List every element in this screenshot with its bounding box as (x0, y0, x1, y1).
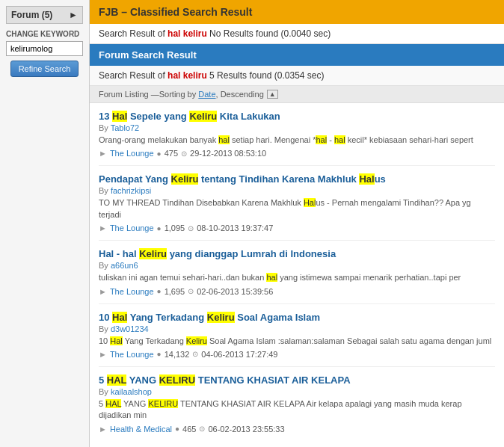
result-by: By Tablo72 (99, 123, 495, 132)
result-snippet: tuliskan ini agan temui sehari-hari..dan… (99, 272, 495, 283)
views-icon: ● (175, 425, 179, 433)
forum-results-area: 13 Hal Sepele yang Keliru Kita Lakukan B… (90, 103, 504, 441)
author-link[interactable]: d3w01234 (111, 324, 149, 333)
result-title: 5 HAL YANG KELIRU TENTANG KHASIAT AIR KE… (99, 374, 495, 386)
result-meta: ► The Lounge ● 14,132 ⊙ 04-06-2013 17:27… (99, 350, 495, 359)
result-meta: ► The Lounge ● 475 ⊙ 29-12-2013 08:53:10 (99, 149, 495, 158)
sort-direction-icon[interactable]: ▲ (267, 90, 278, 99)
view-more-area: View More (90, 441, 504, 447)
listing-label: Forum Listing — (99, 90, 159, 99)
views-icon: ● (157, 224, 162, 232)
result-title: Pendapat Yang Keliru tentang Tindihan Ka… (99, 173, 495, 185)
classified-result-text: Search Result of hal keliru No Results f… (90, 24, 504, 44)
tag-icon: ► (99, 223, 107, 232)
post-date: 08-10-2013 19:37:47 (197, 223, 273, 232)
result-link[interactable]: Hal - hal Keliru yang dianggap Lumrah di… (99, 248, 336, 259)
views-count: 1,695 (165, 287, 185, 296)
tag-icon: ► (99, 287, 107, 296)
result-link[interactable]: 10 Hal Yang Terkadang Keliru Soal Agama … (99, 312, 320, 323)
author-link[interactable]: Tablo72 (111, 123, 140, 132)
tag-icon: ► (99, 149, 107, 158)
post-date: 02-06-2013 15:39:56 (197, 287, 273, 296)
post-date: 04-06-2013 17:27:49 (201, 350, 277, 359)
result-item: 13 Hal Sepele yang Keliru Kita Lakukan B… (99, 103, 495, 166)
views-count: 465 (182, 425, 196, 434)
result-meta: ► The Lounge ● 1,695 ⊙ 02-06-2013 15:39:… (99, 287, 495, 296)
views-icon: ● (157, 149, 162, 158)
result-link[interactable]: Pendapat Yang Keliru tentang Tindihan Ka… (99, 173, 386, 185)
date-icon: ⊙ (188, 224, 194, 232)
result-snippet: TO MY THREAD Tindihan Disebabkan Karena … (99, 197, 495, 221)
result-snippet: 5 HAL YANG KELIRU TENTANG KHASIAT AIR KE… (99, 398, 495, 422)
views-count: 14,132 (165, 350, 190, 359)
forum-name-link[interactable]: The Lounge (110, 149, 154, 158)
result-by: By fachrizkipsi (99, 186, 495, 195)
result-title: Hal - hal Keliru yang dianggap Lumrah di… (99, 248, 495, 259)
author-link[interactable]: a66un6 (111, 261, 138, 270)
result-by: By d3w01234 (99, 324, 495, 333)
result-item: Hal - hal Keliru yang dianggap Lumrah di… (99, 241, 495, 303)
date-icon: ⊙ (188, 287, 194, 295)
result-link[interactable]: 13 Hal Sepele yang Keliru Kita Lakukan (99, 111, 280, 122)
result-by: By a66un6 (99, 261, 495, 270)
refine-search-button[interactable]: Refine Search (10, 61, 79, 77)
keyword-input[interactable] (6, 41, 83, 56)
result-meta: ► The Lounge ● 1,095 ⊙ 08-10-2013 19:37:… (99, 223, 495, 232)
result-by: By kailaalshop (99, 387, 495, 396)
forum-result-info: Search Result of hal keliru 5 Results fo… (90, 66, 504, 86)
date-icon: ⊙ (192, 350, 198, 358)
sort-field-link[interactable]: Date (198, 90, 215, 99)
forum-name-link[interactable]: The Lounge (110, 287, 154, 296)
tag-icon: ► (99, 425, 107, 434)
top-banner: FJB – Classified Search Result (90, 0, 504, 24)
result-snippet: 10 Hal Yang Terkadang Keliru Soal Agama … (99, 336, 495, 347)
change-keyword-label: CHANGE KEYWORD (6, 30, 83, 38)
result-title: 13 Hal Sepele yang Keliru Kita Lakukan (99, 111, 495, 122)
forum-header[interactable]: Forum (5) ► (6, 6, 83, 24)
forum-section-header: Forum Search Result (90, 44, 504, 66)
post-date: 29-12-2013 08:53:10 (190, 149, 266, 158)
views-count: 475 (165, 149, 178, 158)
views-count: 1,095 (165, 223, 185, 232)
result-item: Pendapat Yang Keliru tentang Tindihan Ka… (99, 166, 495, 241)
forum-name-link[interactable]: The Lounge (110, 223, 154, 232)
sort-direction: Descending (221, 90, 264, 99)
result-snippet: Orang-orang melakukan banyak hal setiap … (99, 135, 495, 146)
views-icon: ● (157, 287, 162, 295)
views-icon: ● (157, 350, 162, 358)
forum-label: Forum (5) (11, 10, 52, 20)
result-link[interactable]: 5 HAL YANG KELIRU TENTANG KHASIAT AIR KE… (99, 374, 351, 386)
author-link[interactable]: kailaalshop (111, 387, 152, 396)
result-meta: ► Health & Medical ● 465 ⊙ 06-02-2013 23… (99, 425, 495, 434)
date-icon: ⊙ (181, 149, 187, 158)
forum-name-link[interactable]: The Lounge (110, 350, 154, 359)
result-item: 10 Hal Yang Terkadang Keliru Soal Agama … (99, 304, 495, 367)
forum-name-link[interactable]: Health & Medical (110, 425, 172, 434)
forum-listing-bar: Forum Listing — Sorting by Date , Descen… (90, 86, 504, 103)
arrow-icon: ► (69, 10, 78, 20)
author-link[interactable]: fachrizkipsi (111, 186, 151, 195)
result-title: 10 Hal Yang Terkadang Keliru Soal Agama … (99, 312, 495, 323)
date-icon: ⊙ (199, 425, 205, 433)
sort-label: Sorting by (159, 90, 199, 99)
post-date: 06-02-2013 23:55:33 (208, 425, 284, 434)
result-item: 5 HAL YANG KELIRU TENTANG KHASIAT AIR KE… (99, 367, 495, 441)
tag-icon: ► (99, 350, 107, 359)
